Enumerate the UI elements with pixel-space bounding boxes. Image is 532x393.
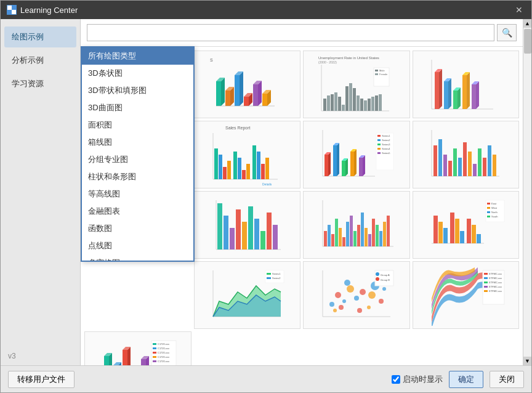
gallery-item-8[interactable] (413, 121, 520, 188)
sidebar-item-analysis[interactable]: 分析示例 (4, 50, 76, 71)
svg-marker-27 (244, 97, 249, 106)
close-button[interactable]: 关闭 (490, 371, 524, 388)
sidebar-item-gallery[interactable]: 绘图示例 (4, 26, 76, 47)
search-icon: 🔍 (502, 28, 512, 38)
svg-rect-208 (379, 231, 382, 246)
svg-rect-194 (328, 225, 331, 246)
svg-rect-288 (153, 347, 156, 349)
scroll-up-arrow[interactable]: ▲ (523, 19, 532, 28)
dropdown-item-all[interactable]: 所有绘图类型 (82, 47, 193, 65)
svg-text:Series2: Series2 (382, 139, 390, 142)
svg-rect-199 (346, 222, 349, 246)
scroll-thumb[interactable] (524, 29, 531, 54)
svg-marker-130 (359, 158, 363, 176)
scroll-down-arrow[interactable]: ▼ (523, 357, 532, 365)
vertical-scrollbar[interactable]: ▲ ▼ (523, 19, 531, 365)
svg-text:Unemployment Rate in United St: Unemployment Rate in United States (318, 56, 379, 60)
svg-point-241 (342, 299, 346, 303)
svg-marker-127 (350, 152, 354, 176)
svg-rect-105 (223, 167, 227, 179)
svg-rect-188 (260, 231, 265, 249)
svg-rect-56 (379, 94, 382, 111)
category-dropdown[interactable]: 所有绘图类型 3D条状图 3D带状和填形图 3D曲面图 面积图 箱线图 分组专业… (81, 46, 195, 262)
svg-point-248 (333, 309, 337, 312)
dropdown-item-9[interactable]: 金融图表 (82, 203, 193, 220)
dropdown-item-3[interactable]: 3D曲面图 (82, 99, 193, 116)
svg-rect-207 (376, 225, 379, 246)
gallery-item-3[interactable]: Unemployment Rate in United States (2000… (303, 51, 410, 118)
sidebar-item-resources[interactable]: 学习资源 (4, 73, 76, 94)
dropdown-item-6[interactable]: 分组专业图 (82, 151, 193, 168)
scroll-track[interactable] (523, 28, 532, 357)
migrate-button[interactable]: 转移用户文件 (8, 371, 75, 388)
startup-checkbox[interactable] (392, 375, 400, 384)
gallery-item-7[interactable]: Series1 Series2 Series3 Series4 Series5 (303, 121, 410, 188)
svg-rect-220 (477, 234, 481, 243)
svg-rect-201 (353, 231, 357, 246)
app-window: Learning Center ✕ 绘图示例 分析示例 学习资源 v3 🔍 所有… (0, 0, 532, 393)
svg-text:East: East (491, 202, 497, 205)
gallery-item-2[interactable]: S (194, 51, 301, 118)
gallery-item-15[interactable]: ETFMC-xxx ETFMC-xxx ETFMC-xxx ETFMC-xxx … (413, 261, 520, 329)
svg-rect-193 (324, 231, 327, 246)
svg-rect-1 (12, 6, 16, 10)
startup-checkbox-area: 启动时显示 (392, 374, 443, 385)
version-label: v3 (1, 347, 80, 365)
svg-rect-222 (487, 203, 490, 205)
svg-marker-70 (453, 91, 457, 109)
svg-marker-128 (354, 149, 357, 176)
svg-rect-152 (463, 142, 467, 176)
search-input[interactable] (87, 24, 494, 41)
svg-rect-148 (443, 155, 447, 176)
svg-rect-114 (265, 158, 269, 179)
titlebar: Learning Center ✕ (1, 1, 531, 19)
svg-rect-185 (242, 222, 247, 249)
svg-rect-204 (365, 228, 368, 246)
dropdown-item-5[interactable]: 箱线图 (82, 134, 193, 151)
svg-marker-33 (262, 94, 267, 106)
svg-marker-18 (216, 81, 221, 106)
svg-rect-182 (224, 216, 228, 249)
svg-rect-110 (246, 164, 250, 179)
svg-text:Group A: Group A (381, 273, 390, 277)
gallery-item-4[interactable] (413, 51, 520, 118)
svg-rect-184 (236, 209, 241, 249)
svg-text:Series2: Series2 (272, 277, 281, 280)
svg-marker-276 (123, 350, 127, 365)
dropdown-item-10[interactable]: 函数图 (82, 220, 193, 237)
svg-rect-186 (248, 206, 253, 249)
svg-rect-197 (339, 228, 342, 246)
svg-text:Series5: Series5 (382, 152, 390, 155)
dropdown-item-8[interactable]: 等高线图 (82, 185, 193, 203)
gallery-item-14[interactable]: Group A Group B (303, 261, 410, 329)
dropdown-item-7[interactable]: 柱状和条形图 (82, 168, 193, 185)
close-button[interactable]: ✕ (513, 4, 525, 16)
dropdown-item-11[interactable]: 点线图 (82, 237, 193, 254)
gallery-item-10[interactable] (194, 191, 301, 259)
dropdown-item-12[interactable]: 多窗格图 (82, 254, 193, 262)
gallery-item-16[interactable]: C1720-xxx C1720-xxx C1720-xxx C1720-xxx … (84, 331, 191, 365)
svg-rect-181 (217, 203, 222, 249)
dropdown-item-2[interactable]: 3D带状和填形图 (82, 82, 193, 99)
gallery-item-6[interactable]: Sales Report (194, 121, 301, 188)
svg-rect-113 (261, 164, 265, 179)
gallery-item-11[interactable] (303, 191, 410, 259)
dropdown-item-4[interactable]: 面积图 (82, 116, 193, 134)
svg-rect-210 (387, 216, 390, 246)
dropdown-item-1[interactable]: 3D条状图 (82, 65, 193, 82)
svg-rect-147 (438, 139, 442, 176)
svg-rect-150 (453, 148, 457, 176)
svg-marker-31 (258, 81, 262, 106)
search-button[interactable]: 🔍 (497, 24, 517, 41)
svg-rect-155 (478, 148, 482, 176)
svg-rect-209 (383, 222, 386, 246)
svg-rect-195 (331, 234, 334, 246)
svg-rect-3 (12, 10, 16, 14)
ok-button[interactable]: 确定 (449, 371, 483, 388)
gallery-item-12[interactable]: East West North South (413, 191, 520, 259)
svg-marker-131 (363, 155, 365, 176)
svg-rect-42 (327, 95, 330, 111)
gallery-item-13[interactable]: Series1 Series2 (194, 261, 301, 329)
sidebar: 绘图示例 分析示例 学习资源 v3 (1, 19, 81, 365)
svg-rect-212 (433, 216, 438, 243)
